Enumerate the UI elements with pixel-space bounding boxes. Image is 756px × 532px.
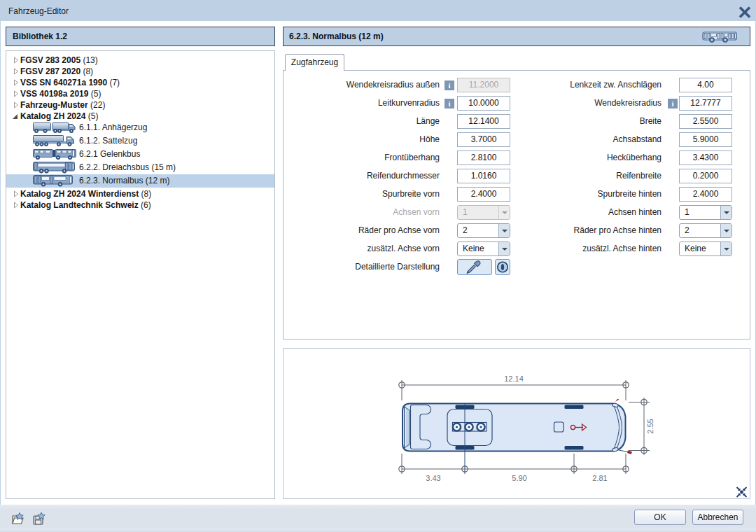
svg-text:12.14: 12.14 [504, 374, 524, 383]
svg-text:5.90: 5.90 [512, 474, 526, 482]
svg-text:2.55: 2.55 [646, 419, 654, 433]
svg-text:2.81: 2.81 [592, 474, 607, 482]
svg-text:3.43: 3.43 [426, 474, 440, 482]
